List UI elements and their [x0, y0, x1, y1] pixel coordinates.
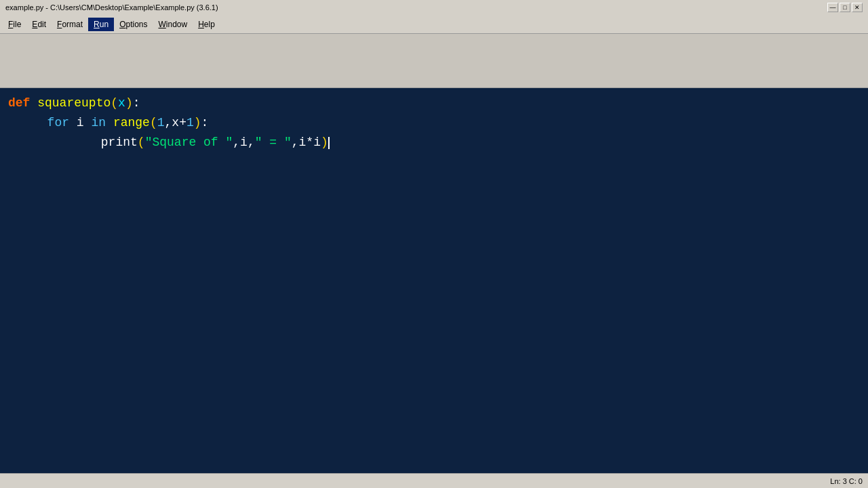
code-line-2: for i in range(1,x+1):: [33, 113, 860, 133]
menu-item-format[interactable]: Format: [52, 18, 88, 31]
title-bar-title: example.py - C:\Users\CM\Desktop\Example…: [5, 3, 218, 12]
menu-item-window[interactable]: Window: [153, 18, 193, 31]
code-line-1: def squareupto(x):: [8, 94, 860, 113]
cursor-position: Ln: 3 C: 0: [830, 477, 863, 485]
title-bar-controls[interactable]: — □ ✕: [827, 3, 863, 12]
maximize-button[interactable]: □: [840, 3, 850, 12]
close-button[interactable]: ✕: [852, 3, 863, 12]
title-bar: example.py - C:\Users\CM\Desktop\Example…: [0, 0, 868, 15]
toolbar-area: [0, 34, 868, 88]
code-editor[interactable]: def squareupto(x): for i in range(1,x+1)…: [0, 88, 868, 473]
menu-item-options[interactable]: Options: [114, 18, 153, 31]
status-bar: Ln: 3 C: 0: [0, 473, 868, 488]
code-line-3: print("Square of ",i," = ",i*i): [57, 133, 860, 152]
menu-item-file[interactable]: File: [3, 18, 26, 31]
menu-item-run[interactable]: Run: [88, 18, 114, 31]
minimize-button[interactable]: —: [827, 3, 838, 12]
menu-item-edit[interactable]: Edit: [26, 18, 52, 31]
menu-item-help[interactable]: Help: [193, 18, 220, 31]
menu-bar: File Edit Format Run Options Window Help: [0, 15, 868, 34]
